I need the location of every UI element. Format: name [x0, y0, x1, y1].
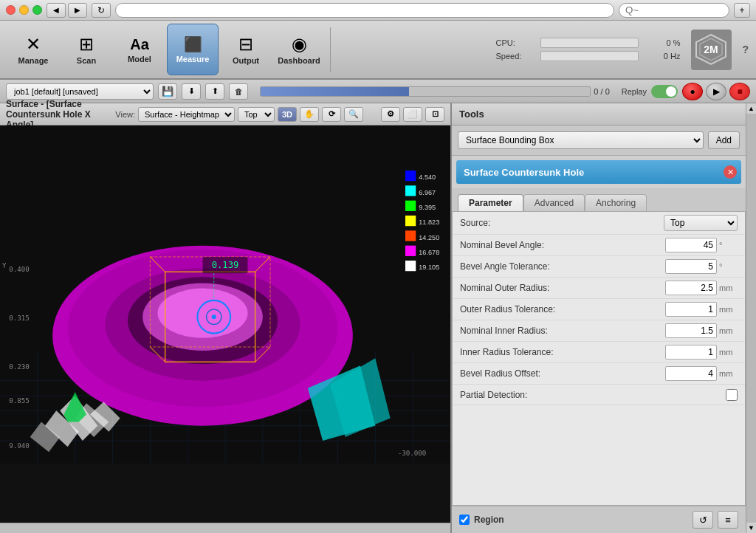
svg-point-25 [158, 289, 248, 338]
horizontal-scrollbar[interactable] [0, 523, 450, 533]
inner-tolerance-input[interactable] [665, 345, 717, 360]
save-job-button[interactable]: 💾 [158, 83, 177, 100]
source-select[interactable]: Top [664, 215, 738, 231]
download-button[interactable]: ⬇ [182, 83, 201, 100]
viewport[interactable]: 0.139 0.400 0.315 0.230 0.855 9.940 Y -3… [0, 125, 450, 533]
toolbar-model[interactable]: Aa Model [114, 24, 165, 75]
forward-button[interactable]: ▶ [68, 3, 87, 18]
tab-bar: Parameter Advanced Anchoring [452, 191, 746, 211]
add-tool-button[interactable]: Add [708, 131, 740, 149]
svg-text:0.139: 0.139 [212, 260, 239, 270]
feature-name: Surface Countersunk Hole [464, 167, 584, 178]
model-label: Model [128, 55, 151, 63]
toolbar-dashboard[interactable]: ◉ Dashboard [273, 24, 325, 75]
bevel-angle-input[interactable] [665, 238, 717, 252]
outer-tolerance-unit: mm [719, 305, 738, 314]
minimize-button[interactable] [19, 5, 29, 15]
param-row-partial-detection: Partial Detection: [453, 385, 745, 405]
record-button[interactable]: ● [682, 83, 703, 100]
toolbar-manage[interactable]: ✕ Manage [7, 24, 59, 75]
back-button[interactable]: ◀ [47, 3, 66, 18]
3d-button[interactable]: 3D [278, 107, 297, 122]
view-label: View: [115, 110, 135, 119]
scroll-track[interactable] [746, 114, 756, 523]
right-scrollbar[interactable]: ▲ ▼ [746, 103, 756, 533]
svg-text:14.250: 14.250 [419, 234, 439, 241]
tools-title: Tools [459, 109, 484, 120]
settings-btn[interactable]: ⚙ [381, 107, 400, 122]
svg-rect-54 [405, 185, 416, 196]
play-button[interactable]: ▶ [706, 83, 726, 100]
svg-text:0.855: 0.855 [9, 397, 29, 405]
search-bar[interactable] [619, 3, 729, 18]
bevel-offset-input[interactable] [665, 366, 717, 381]
nav-buttons: ◀ ▶ [47, 3, 87, 18]
scan-label: Scan [77, 56, 96, 65]
jobbar: job1 [default] [unsaved] 💾 ⬇ ⬆ 🗑 0 / 0 R… [0, 80, 756, 103]
inner-radius-input[interactable] [665, 323, 717, 338]
svg-text:0.230: 0.230 [9, 363, 29, 371]
partial-detection-checkbox[interactable] [726, 389, 738, 401]
svg-text:11.823: 11.823 [419, 219, 439, 226]
tab-advanced[interactable]: Advanced [523, 194, 585, 211]
output-label: Output [233, 56, 259, 65]
svg-rect-58 [405, 216, 416, 226]
tab-parameter[interactable]: Parameter [458, 194, 523, 211]
tab-container: Parameter Advanced Anchoring [452, 188, 746, 211]
replay-toggle[interactable] [651, 85, 678, 98]
reset-button[interactable]: ↺ [693, 511, 713, 529]
rotate-button[interactable]: ⟳ [322, 107, 341, 122]
tool-type-dropdown[interactable]: Surface Bounding Box [458, 131, 704, 149]
traffic-lights [6, 5, 42, 15]
stop-record-button[interactable]: ■ [729, 83, 750, 100]
close-button[interactable] [6, 5, 16, 15]
bevel-tolerance-input[interactable] [665, 259, 717, 274]
address-bar[interactable] [115, 3, 614, 18]
speed-row: Speed: 0 Hz [495, 51, 680, 61]
feature-item: Surface Countersunk Hole ✕ [456, 160, 741, 184]
scroll-down-button[interactable]: ▼ [746, 523, 756, 533]
toolbar-measure[interactable]: ⬛ Measure [167, 24, 219, 75]
outer-tolerance-input[interactable] [665, 302, 717, 317]
bevel-offset-unit: mm [719, 369, 738, 378]
outer-radius-input[interactable] [665, 281, 717, 295]
param-row-outer-radius: Nominal Outer Radius: mm [453, 278, 745, 299]
help-button[interactable]: ? [742, 44, 749, 55]
cpu-label: CPU: [495, 38, 536, 47]
maximize-button[interactable] [32, 5, 42, 15]
inner-tolerance-unit: mm [719, 348, 738, 357]
toolbar-scan[interactable]: ⊞ Scan [61, 24, 112, 75]
zoom-button[interactable]: 🔍 [344, 107, 363, 122]
upload-button[interactable]: ⬆ [205, 83, 224, 100]
app-logo: 2M [691, 30, 732, 70]
outer-tolerance-label: Outer Radius Tolerance: [460, 304, 665, 314]
job-selector[interactable]: job1 [default] [unsaved] [6, 83, 154, 100]
region-checkbox[interactable] [459, 515, 470, 525]
speed-value: 0 Hz [643, 52, 680, 61]
delete-button[interactable]: 🗑 [229, 83, 248, 100]
fullscreen-btn[interactable]: ⊡ [425, 107, 444, 122]
new-tab-button[interactable]: + [734, 3, 750, 18]
param-row-inner-radius: Nominal Inner Radius: mm [453, 320, 745, 342]
scroll-up-button[interactable]: ▲ [746, 103, 756, 114]
svg-text:19.105: 19.105 [419, 264, 439, 271]
bevel-angle-unit: ° [719, 241, 738, 250]
param-row-bevel-angle: Nominal Bevel Angle: ° [453, 235, 745, 256]
bevel-offset-label: Bevel Radius Offset: [460, 368, 665, 379]
view-direction-select[interactable]: Top [238, 107, 275, 122]
refresh-button[interactable]: ↻ [92, 3, 111, 18]
left-panel: Surface - [Surface Countersunk Hole X An… [0, 103, 450, 533]
progress-bar [260, 86, 591, 97]
right-panel: Tools Surface Bounding Box Add Surface C… [450, 103, 746, 533]
toolbar-output[interactable]: ⊟ Output [220, 24, 272, 75]
list-button[interactable]: ≡ [718, 511, 738, 529]
titlebar: ◀ ▶ ↻ + [0, 0, 756, 21]
bevel-tolerance-unit: ° [719, 262, 738, 271]
screenshot-btn[interactable]: ⬜ [403, 107, 422, 122]
tab-anchoring[interactable]: Anchoring [585, 194, 647, 211]
view-mode-select[interactable]: Surface - Heightmap [138, 107, 235, 122]
pan-button[interactable]: ✋ [300, 107, 319, 122]
cpu-bar [540, 38, 639, 48]
partial-detection-label: Partial Detection: [460, 390, 726, 400]
feature-close-button[interactable]: ✕ [724, 165, 737, 179]
